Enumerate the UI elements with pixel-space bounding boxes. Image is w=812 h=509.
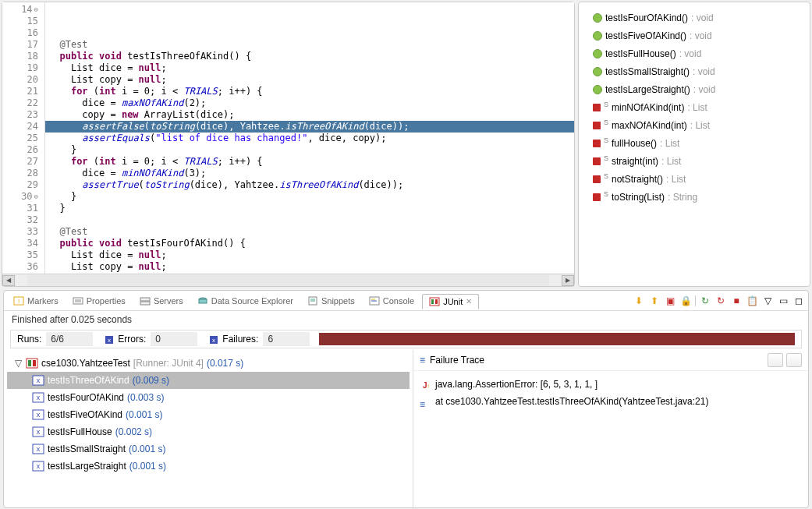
view-menu-icon[interactable]: ▽: [761, 295, 774, 307]
method-icon: [593, 85, 602, 94]
svg-text:x: x: [37, 445, 41, 453]
code-line[interactable]: assertTrue(toString(dice), Yahtzee.isThr…: [45, 179, 574, 191]
code-editor[interactable]: 14⊖15161718192021222324252627282930⊖3132…: [2, 2, 575, 287]
svg-text:x: x: [37, 376, 41, 384]
line-number: 18: [2, 51, 38, 62]
code-line[interactable]: dice = minNOfAKind(3);: [45, 168, 574, 179]
code-text-area[interactable]: @Test public void testIsThreeOfAKind() {…: [45, 2, 574, 274]
code-line[interactable]: copy = new ArrayList(dice);: [45, 109, 574, 121]
filter-stack-icon[interactable]: [786, 353, 802, 367]
scroll-right-icon[interactable]: ▶: [562, 275, 574, 286]
static-marker: S: [604, 101, 608, 108]
outline-method-name: testIsSmallStraight(): [605, 66, 690, 77]
method-icon: [593, 67, 602, 76]
code-line[interactable]: assertEquals("list of dice has changed!"…: [45, 133, 574, 144]
test-suite-row[interactable]: ▽cse1030.YahtzeeTest [Runner: JUnit 4] (…: [7, 355, 410, 372]
code-line[interactable]: [45, 214, 574, 226]
code-line[interactable]: List dice = null;: [45, 249, 574, 261]
history-icon[interactable]: 📋: [746, 295, 758, 307]
view-tab-markers[interactable]: !Markers: [7, 294, 65, 308]
outline-item[interactable]: SmaxNOfAKind(int) : List: [582, 116, 807, 134]
rerun-test-icon[interactable]: ↻: [699, 295, 711, 307]
method-icon: [593, 193, 601, 201]
outline-item[interactable]: testIsFiveOfAKind() : void: [582, 27, 807, 44]
outline-item[interactable]: SminNOfAKind(int) : List: [582, 98, 807, 116]
test-case-row[interactable]: xtestIsFourOfAKind (0.003 s): [7, 389, 410, 406]
test-progress-bar: [319, 333, 795, 345]
tab-label: JUnit: [443, 297, 463, 306]
outline-item[interactable]: StoString(List) : String: [582, 188, 807, 206]
suite-time: (0.017 s): [207, 358, 243, 369]
outline-view[interactable]: testIsFourOfAKind() : voidtestIsFiveOfAK…: [578, 2, 810, 287]
outline-item[interactable]: testIsFourOfAKind() : void: [582, 9, 807, 27]
code-line[interactable]: List copy = null;: [45, 74, 574, 86]
code-line[interactable]: assertFalse(toString(dice), Yahtzee.isTh…: [45, 121, 574, 133]
line-number: 35: [2, 249, 38, 261]
next-failure-icon[interactable]: ⬇: [633, 295, 645, 307]
static-marker: S: [604, 154, 608, 162]
test-case-row[interactable]: xtestIsSmallStraight (0.001 s): [7, 440, 410, 458]
prev-failure-icon[interactable]: ⬆: [648, 295, 661, 307]
junit-status-text: Finished after 0.025 seconds: [4, 311, 808, 328]
outline-item[interactable]: testIsFullHouse() : void: [582, 44, 807, 62]
view-tab-console[interactable]: Console: [363, 294, 420, 308]
tab-label: Servers: [154, 296, 183, 306]
runs-label: Runs:: [17, 334, 41, 345]
svg-text:J: J: [423, 381, 427, 390]
outline-item[interactable]: SnotStraight() : List: [582, 170, 807, 188]
static-marker: S: [604, 118, 608, 126]
outline-return-type: : List: [690, 120, 710, 131]
line-number: 19: [2, 62, 38, 74]
scroll-left-icon[interactable]: ◀: [2, 275, 15, 286]
line-number: 17: [2, 39, 38, 51]
test-case-row[interactable]: xtestIsThreeOfAKind (0.009 s): [7, 372, 410, 389]
outline-return-type: : String: [668, 192, 697, 203]
view-tab-snippets[interactable]: Snippets: [301, 294, 361, 308]
code-line[interactable]: for (int i = 0; i < TRIALS; i++) {: [45, 86, 574, 97]
views-tabbar[interactable]: !MarkersPropertiesServersData Source Exp…: [4, 291, 808, 311]
test-results-tree[interactable]: ▽cse1030.YahtzeeTest [Runner: JUnit 4] (…: [4, 350, 413, 507]
test-case-row[interactable]: xtestIsLargeStraight (0.001 s): [7, 458, 410, 475]
code-line[interactable]: }: [45, 144, 574, 156]
rerun-failed-icon[interactable]: ↻: [714, 295, 727, 307]
test-case-row[interactable]: xtestIsFiveOfAKind (0.001 s): [7, 406, 410, 423]
outline-item[interactable]: SfullHouse() : List: [582, 134, 807, 152]
maximize-icon[interactable]: ◻: [792, 295, 805, 307]
minimize-icon[interactable]: ▭: [777, 295, 789, 307]
stop-icon[interactable]: ■: [730, 295, 743, 307]
view-tab-data-source-explorer[interactable]: Data Source Explorer: [191, 294, 300, 308]
code-line[interactable]: @Test: [45, 226, 574, 238]
static-marker: S: [604, 136, 608, 144]
code-line[interactable]: public void testIsThreeOfAKind() {: [45, 51, 574, 62]
scroll-lock-icon[interactable]: 🔒: [679, 295, 692, 307]
code-line[interactable]: public void testIsFourOfAKind() {: [45, 238, 574, 249]
view-tab-servers[interactable]: Servers: [133, 294, 190, 308]
code-line[interactable]: for (int i = 0; i < TRIALS; i++) {: [45, 273, 574, 274]
code-line[interactable]: @Test: [45, 39, 574, 51]
method-icon: [593, 122, 601, 129]
view-tab-junit[interactable]: JUnit ✕: [422, 294, 479, 309]
outline-item[interactable]: Sstraight(int) : List: [582, 152, 807, 170]
outline-item[interactable]: testIsSmallStraight() : void: [582, 62, 807, 80]
close-icon[interactable]: ✕: [466, 297, 472, 306]
code-line[interactable]: List dice = null;: [45, 62, 574, 74]
code-line[interactable]: List copy = null;: [45, 261, 574, 273]
trace-line-icon: J!: [420, 379, 431, 390]
line-number: 31: [2, 203, 38, 214]
code-line[interactable]: }: [45, 191, 574, 203]
tab-icon: [369, 296, 380, 306]
code-line[interactable]: }: [45, 203, 574, 214]
compare-result-icon[interactable]: [768, 353, 783, 367]
line-number: 36: [2, 261, 38, 273]
test-case-row[interactable]: xtestIsFullHouse (0.002 s): [7, 423, 410, 440]
runner-label: [Runner: JUnit 4]: [133, 358, 204, 369]
failure-trace-line[interactable]: J!java.lang.AssertionError: [6, 5, 3, 1,…: [420, 376, 802, 393]
failure-trace-line[interactable]: ≡at cse1030.YahtzeeTest.testIsThreeOfAKi…: [420, 393, 802, 410]
horizontal-scrollbar[interactable]: ◀ ▶: [2, 274, 574, 286]
view-tab-properties[interactable]: Properties: [66, 294, 132, 308]
outline-item[interactable]: testIsLargeStraight() : void: [582, 80, 807, 98]
code-line[interactable]: for (int i = 0; i < TRIALS; i++) {: [45, 156, 574, 168]
code-line[interactable]: dice = maxNOfAKind(2);: [45, 97, 574, 109]
expand-icon[interactable]: ▽: [13, 358, 23, 369]
failures-only-icon[interactable]: ▣: [664, 295, 676, 307]
